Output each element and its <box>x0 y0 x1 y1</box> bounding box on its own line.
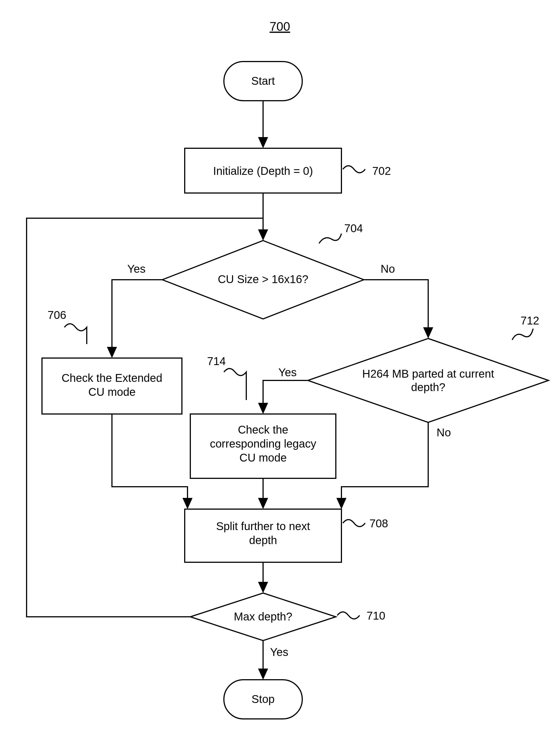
start-label: Start <box>251 75 275 87</box>
edge-712-708-label: No <box>437 426 451 439</box>
n714-label-l2: corresponding legacy <box>210 437 316 450</box>
n702-ref-text: 702 <box>372 165 391 177</box>
n704-label: CU Size > 16x16? <box>218 273 308 285</box>
edge-704-706-label: Yes <box>127 263 145 275</box>
svg-marker-19 <box>258 582 268 593</box>
svg-marker-2 <box>258 137 268 148</box>
edge-start-702 <box>258 101 268 148</box>
n714-ref-text: 714 <box>207 355 226 367</box>
edge-704-706: Yes <box>107 263 162 358</box>
n708-ref: 708 <box>343 517 388 530</box>
n708-ref-text: 708 <box>369 517 388 530</box>
n704-node: CU Size > 16x16? <box>162 241 364 319</box>
flowchart: 700 Start Initialize (Depth = 0) 702 CU … <box>0 0 560 741</box>
edge-712-714-label: Yes <box>278 366 297 379</box>
n708-node: Split further to next depth <box>185 509 341 562</box>
n704-ref-text: 704 <box>344 222 363 234</box>
n714-label-l3: CU mode <box>240 452 287 464</box>
edge-710-stop-label: Yes <box>270 646 288 658</box>
n710-node: Max depth? <box>190 593 336 641</box>
n706-ref: 706 <box>48 309 87 344</box>
n712-node: H264 MB parted at current depth? <box>308 338 549 422</box>
n706-node: Check the Extended CU mode <box>42 358 182 414</box>
svg-marker-22 <box>258 669 268 680</box>
svg-marker-10 <box>308 338 549 422</box>
n714-node: Check the corresponding legacy CU mode <box>190 414 336 478</box>
svg-marker-14 <box>182 498 193 509</box>
svg-marker-16 <box>258 498 268 509</box>
n708-label-l2: depth <box>249 534 277 546</box>
edge-714-708 <box>258 478 268 509</box>
svg-marker-11 <box>258 403 268 414</box>
n704-ref: 704 <box>319 222 363 243</box>
n706-ref-text: 706 <box>48 309 66 321</box>
n712-ref-text: 712 <box>520 315 539 327</box>
n714-label-l1: Check the <box>238 423 288 436</box>
n710-ref-text: 710 <box>367 610 385 622</box>
edge-712-708: No <box>336 422 451 509</box>
edge-704-712-label: No <box>381 263 395 275</box>
edge-710-stop: Yes <box>258 641 288 680</box>
stop-node: Stop <box>224 680 302 719</box>
start-node: Start <box>224 62 302 101</box>
n710-label: Max depth? <box>234 610 292 623</box>
n706-label-l2: CU mode <box>88 386 136 398</box>
n712-label-l1: H264 MB parted at current <box>362 367 494 380</box>
edge-712-714: Yes <box>258 366 308 414</box>
n702-label: Initialize (Depth = 0) <box>213 165 313 177</box>
n710-ref: 710 <box>337 610 385 622</box>
svg-marker-12 <box>336 498 347 509</box>
edge-706-708 <box>112 414 193 509</box>
edge-708-710 <box>258 562 268 593</box>
n712-label-l2: depth? <box>411 381 445 393</box>
n702-node: Initialize (Depth = 0) <box>185 148 341 193</box>
edge-704-712: No <box>364 263 433 338</box>
stop-label: Stop <box>252 693 274 705</box>
n706-label-l1: Check the Extended <box>62 372 162 384</box>
diagram-title: 700 <box>269 19 290 33</box>
svg-marker-7 <box>107 347 117 358</box>
svg-marker-8 <box>423 327 433 338</box>
n708-label-l1: Split further to next <box>216 520 310 532</box>
n702-ref: 702 <box>343 165 391 177</box>
svg-marker-5 <box>258 229 268 241</box>
n714-ref: 714 <box>207 355 246 400</box>
edge-702-704 <box>258 193 268 241</box>
n712-ref: 712 <box>512 315 539 340</box>
